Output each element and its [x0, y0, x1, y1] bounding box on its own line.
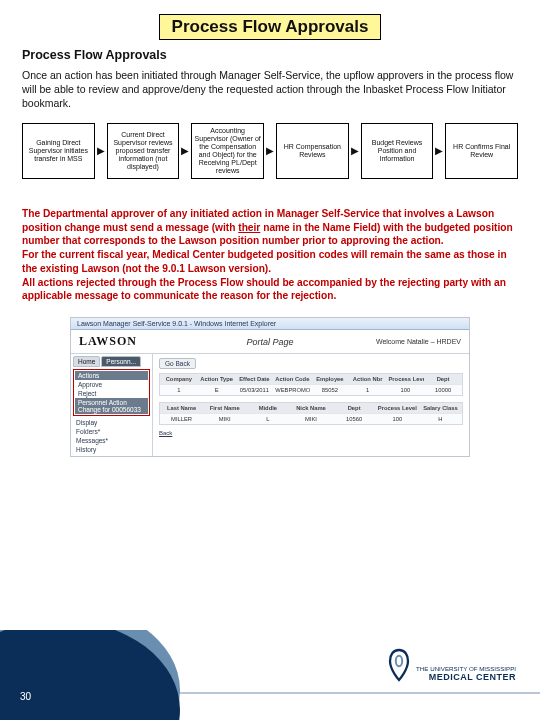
page-title-box: Process Flow Approvals	[159, 14, 382, 40]
app-header: LAWSON Portal Page Welcome Natalie – HRD…	[71, 330, 469, 354]
table-row: MILLER MIKI L MIKI 10560 100 H	[160, 413, 462, 424]
back-link[interactable]: Back	[159, 430, 463, 436]
th: Nick Name	[289, 403, 332, 413]
th: Action Nbr	[349, 374, 387, 384]
th: Middle	[246, 403, 289, 413]
go-back-button[interactable]: Go Back	[159, 358, 196, 369]
sidebar-item-approve[interactable]: Approve	[75, 380, 148, 389]
td: MIKI	[203, 414, 246, 424]
th: Salary Class	[419, 403, 462, 413]
note-2: For the current fiscal year, Medical Cen…	[22, 248, 518, 276]
page-number: 30	[20, 691, 31, 702]
sidebar-item-reject[interactable]: Reject	[75, 389, 148, 398]
flow-step-5: Budget Reviews Position and Information	[361, 123, 434, 179]
th: Effect Date	[236, 374, 274, 384]
window-titlebar: Lawson Manager Self-Service 9.0.1 - Wind…	[71, 318, 469, 330]
flow-arrow-icon: ▶	[435, 145, 443, 156]
sidebar-item-messages[interactable]: Messages*	[73, 436, 150, 445]
th: Action Code	[273, 374, 311, 384]
footer-curve	[0, 630, 540, 720]
th: Action Type	[198, 374, 236, 384]
th: Process Level	[387, 374, 425, 384]
employee-table: Last Name First Name Middle Nick Name De…	[159, 402, 463, 425]
td: 100	[376, 414, 419, 424]
welcome-text: Welcome Natalie – HRDEV	[376, 338, 461, 345]
note-3: All actions rejected through the Process…	[22, 276, 518, 304]
td: 85052	[311, 385, 349, 395]
main-panel: Go Back Company Action Type Effect Date …	[153, 354, 469, 456]
portal-page-label: Portal Page	[246, 337, 293, 347]
lawson-logo: LAWSON	[79, 334, 137, 349]
td: 100	[387, 385, 425, 395]
flow-arrow-icon: ▶	[181, 145, 189, 156]
td: MILLER	[160, 414, 203, 424]
td: 10560	[333, 414, 376, 424]
td: 1	[160, 385, 198, 395]
flow-step-3: Accounting Supervisor (Owner of the Comp…	[191, 123, 264, 179]
important-notes: The Departmental approver of any initiat…	[22, 207, 518, 303]
sidebar-head-pachange: Personnel Action Change for 00056033	[75, 398, 148, 414]
flow-arrow-icon: ▶	[351, 145, 359, 156]
th: Employee	[311, 374, 349, 384]
sidebar-item-folders[interactable]: Folders*	[73, 427, 150, 436]
flow-step-2: Current Direct Supervisor reviews propos…	[107, 123, 180, 179]
td: 1	[349, 385, 387, 395]
th: Dept	[333, 403, 376, 413]
lawson-screenshot: Lawson Manager Self-Service 9.0.1 - Wind…	[70, 317, 470, 457]
note-1: The Departmental approver of any initiat…	[22, 207, 518, 248]
th: Company	[160, 374, 198, 384]
sidebar-item-history[interactable]: History	[73, 445, 150, 454]
tab-personnel[interactable]: Personn...	[101, 356, 141, 367]
sidebar: Home Personn... Actions Approve Reject P…	[71, 354, 153, 456]
flow-arrow-icon: ▶	[266, 145, 274, 156]
sidebar-head-actions: Actions	[75, 371, 148, 380]
sidebar-item-display[interactable]: Display	[73, 418, 150, 427]
flow-step-1: Gaining Direct Supervisor initiates tran…	[22, 123, 95, 179]
highlight-box: Actions Approve Reject Personnel Action …	[73, 369, 150, 416]
flow-step-4: HR Compensation Reviews	[276, 123, 349, 179]
td: L	[246, 414, 289, 424]
td: 05/03/2011	[236, 385, 274, 395]
td: H	[419, 414, 462, 424]
td: E	[198, 385, 236, 395]
process-flow-diagram: Gaining Direct Supervisor initiates tran…	[22, 123, 518, 179]
section-subtitle: Process Flow Approvals	[22, 48, 518, 62]
td: WEBPROMO	[273, 385, 311, 395]
table-row: 1 E 05/03/2011 WEBPROMO 85052 1 100 1000…	[160, 384, 462, 395]
td: MIKI	[289, 414, 332, 424]
td: 10000	[424, 385, 462, 395]
th: Process Level	[376, 403, 419, 413]
tab-home[interactable]: Home	[73, 356, 100, 367]
th: Last Name	[160, 403, 203, 413]
th: First Name	[203, 403, 246, 413]
intro-paragraph: Once an action has been initiated throug…	[22, 68, 518, 111]
flow-arrow-icon: ▶	[97, 145, 105, 156]
th: Dept	[424, 374, 462, 384]
flow-step-6: HR Confirms Final Review	[445, 123, 518, 179]
action-table: Company Action Type Effect Date Action C…	[159, 373, 463, 396]
